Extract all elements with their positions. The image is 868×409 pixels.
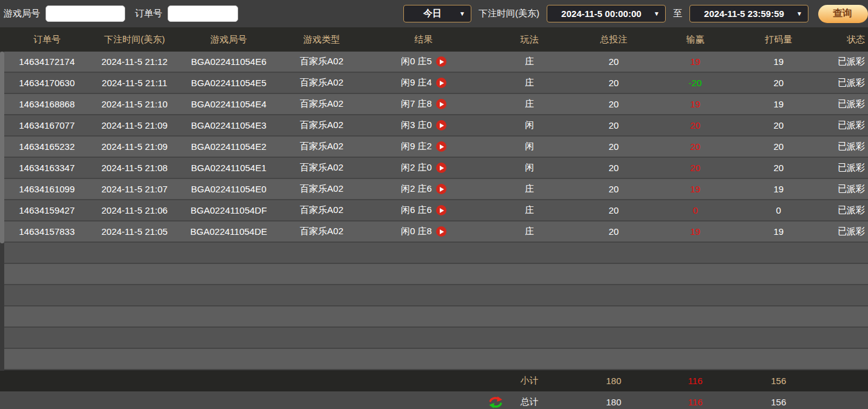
column-header-10: 状态 [821, 27, 868, 52]
replay-play-icon[interactable] [436, 56, 446, 67]
win-loss-cell: 20 [654, 115, 736, 135]
total-bet-cell: 20 [573, 179, 654, 199]
round-id-cell: BGA022411054E5 [176, 73, 282, 93]
game-type-cell: 百家乐A02 [282, 94, 361, 114]
total-bet-cell: 20 [573, 52, 654, 72]
scrollbar-thumb[interactable] [0, 52, 4, 243]
total-empty [821, 391, 868, 409]
total-bet-cell: 20 [573, 115, 654, 135]
order-id-cell: 14634163347 [0, 158, 94, 178]
table-row: 146341706302024-11-5 21:11BGA022411054E5… [0, 73, 868, 94]
total-label: 总计 [521, 396, 539, 408]
empty-row [0, 328, 868, 349]
replay-play-icon[interactable] [436, 226, 446, 237]
total-bet-cell: 20 [573, 158, 654, 178]
play-type-cell: 庄 [486, 221, 573, 242]
bet-time-cell: 2024-11-5 21:05 [94, 221, 175, 242]
game-type-cell: 百家乐A02 [282, 115, 361, 135]
empty-row [0, 306, 868, 328]
replay-play-icon[interactable] [436, 163, 446, 173]
game-type-cell: 百家乐A02 [282, 52, 361, 72]
order-id-cell: 14634159427 [0, 200, 94, 220]
start-time-select[interactable]: 2024-11-5 00:00:00 ▼ [547, 5, 666, 22]
status-cell: 已派彩 [821, 221, 868, 242]
win-loss-cell: 19 [654, 52, 736, 72]
total-empty [282, 391, 361, 409]
scrollbar-track[interactable] [0, 52, 4, 371]
result-cell: 闲2 庄6 [361, 179, 486, 199]
column-header-2: 下注时间(美东) [94, 27, 175, 52]
total-bet-cell: 20 [573, 94, 654, 114]
play-type-cell: 闲 [486, 137, 573, 157]
order-no-label: 订单号 [135, 8, 162, 19]
bet-time-cell: 2024-11-5 21:06 [94, 200, 175, 220]
status-cell: 已派彩 [821, 200, 868, 220]
total-empty [94, 391, 175, 409]
rolling-cell: 20 [736, 73, 821, 93]
result-cell: 闲9 庄2 [361, 137, 486, 157]
replay-play-icon[interactable] [436, 184, 446, 194]
round-id-cell: BGA022411054E1 [176, 158, 282, 178]
empty-row [0, 285, 868, 306]
result-cell: 闲0 庄8 [361, 221, 486, 242]
result-cell: 闲0 庄5 [361, 52, 486, 72]
table-row: 146341578332024-11-5 21:05BGA022411054DE… [0, 221, 868, 243]
bet-time-cell: 2024-11-5 21:11 [94, 73, 175, 93]
date-range-value: 今日 [423, 8, 442, 19]
subtotal-empty [94, 370, 175, 391]
total-total-bet: 180 [573, 391, 654, 409]
end-time-select[interactable]: 2024-11-5 23:59:59 ▼ [689, 5, 808, 22]
date-range-select[interactable]: 今日 ▼ [403, 5, 471, 22]
rolling-cell: 20 [736, 137, 821, 157]
win-loss-cell: 20 [654, 137, 736, 157]
chevron-down-icon: ▼ [654, 10, 660, 17]
order-id-cell: 14634168868 [0, 94, 94, 114]
win-loss-cell: 20 [654, 158, 736, 178]
subtotal-empty [821, 370, 868, 391]
bet-time-cell: 2024-11-5 21:07 [94, 179, 175, 199]
round-id-cell: BGA022411054DE [176, 221, 282, 242]
round-id-cell: BGA022411054E6 [176, 52, 282, 72]
chevron-down-icon: ▼ [459, 10, 465, 17]
refresh-icon[interactable] [488, 394, 504, 409]
result-text: 闲7 庄8 [401, 98, 432, 110]
replay-play-icon[interactable] [436, 99, 446, 109]
chevron-down-icon: ▼ [796, 10, 802, 17]
round-id-cell: BGA022411054E2 [176, 137, 282, 157]
result-text: 闲0 庄5 [401, 56, 432, 67]
round-id-cell: BGA022411054E3 [176, 115, 282, 135]
replay-play-icon[interactable] [436, 78, 446, 88]
replay-play-icon[interactable] [436, 141, 446, 152]
total-win-loss: 116 [654, 391, 736, 409]
to-label: 至 [673, 8, 682, 19]
total-row: 总计 180 116 156 [0, 391, 868, 409]
game-round-label: 游戏局号 [4, 8, 40, 19]
game-round-input[interactable] [46, 5, 125, 22]
round-id-cell: BGA022411054E0 [176, 179, 282, 199]
result-text: 闲9 庄2 [401, 141, 432, 152]
column-header-3: 游戏局号 [176, 27, 282, 52]
column-header-4: 游戏类型 [282, 27, 361, 52]
subtotal-empty [176, 370, 282, 391]
total-label-cell: 总计 [486, 391, 573, 409]
total-empty [361, 391, 486, 409]
subtotal-total-bet: 180 [573, 370, 654, 391]
order-no-input[interactable] [168, 5, 238, 22]
status-cell: 已派彩 [821, 52, 868, 72]
order-id-cell: 14634172174 [0, 52, 94, 72]
column-header-5: 结果 [361, 27, 486, 52]
replay-play-icon[interactable] [436, 120, 446, 130]
game-type-cell: 百家乐A02 [282, 179, 361, 199]
search-button[interactable]: 查询 [818, 5, 868, 23]
subtotal-row: 小计 180 116 156 [0, 370, 868, 391]
empty-row [0, 264, 868, 285]
status-cell: 已派彩 [821, 158, 868, 178]
bet-time-label: 下注时间(美东) [479, 8, 539, 19]
table-row: 146341721742024-11-5 21:12BGA022411054E6… [0, 52, 868, 73]
table-row: 146341670772024-11-5 21:09BGA022411054E3… [0, 115, 868, 137]
table-row: 146341652322024-11-5 21:09BGA022411054E2… [0, 137, 868, 158]
win-loss-cell: 19 [654, 94, 736, 114]
bet-time-cell: 2024-11-5 21:10 [94, 94, 175, 114]
replay-play-icon[interactable] [436, 205, 446, 215]
column-header-9: 打码量 [736, 27, 821, 52]
